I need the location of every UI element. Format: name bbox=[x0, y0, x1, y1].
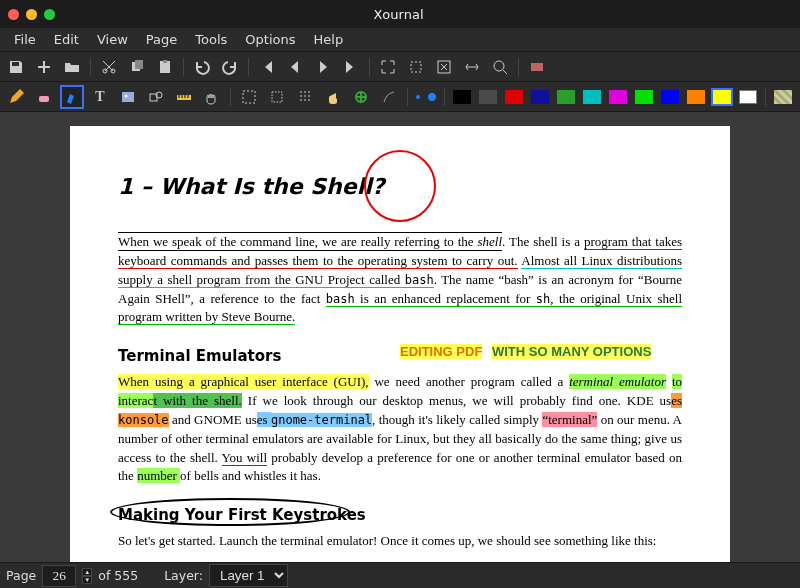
layer-label: Layer: bbox=[164, 568, 203, 583]
window-title: Xournal bbox=[55, 7, 742, 22]
menu-options[interactable]: Options bbox=[237, 29, 303, 50]
thickness-picker[interactable] bbox=[416, 93, 436, 101]
zoom-fit-button[interactable] bbox=[434, 57, 454, 77]
page-spinner[interactable]: ▴▾ bbox=[82, 568, 92, 584]
cut-button[interactable] bbox=[99, 57, 119, 77]
svg-rect-12 bbox=[531, 63, 543, 71]
color-orange[interactable] bbox=[687, 90, 705, 104]
paragraph-2: When using a graphical user interface (G… bbox=[118, 373, 682, 486]
layer-select[interactable]: Layer 1 bbox=[209, 564, 288, 587]
svg-rect-8 bbox=[411, 62, 421, 72]
last-page-button[interactable] bbox=[341, 57, 361, 77]
redo-button[interactable] bbox=[220, 57, 240, 77]
zoom-out-button[interactable] bbox=[490, 57, 510, 77]
select-vert-tool[interactable] bbox=[295, 87, 315, 107]
svg-rect-19 bbox=[243, 91, 255, 103]
first-page-button[interactable] bbox=[257, 57, 277, 77]
text-tool[interactable]: T bbox=[90, 87, 110, 107]
svg-rect-7 bbox=[163, 60, 167, 63]
menu-view[interactable]: View bbox=[89, 29, 136, 50]
close-icon[interactable] bbox=[8, 9, 19, 20]
color-white[interactable] bbox=[739, 90, 757, 104]
annotation-circle-red bbox=[364, 150, 436, 222]
minimize-icon[interactable] bbox=[26, 9, 37, 20]
next-page-button[interactable] bbox=[313, 57, 333, 77]
svg-rect-13 bbox=[39, 96, 49, 102]
menu-help[interactable]: Help bbox=[306, 29, 352, 50]
hand-tool[interactable] bbox=[202, 87, 222, 107]
titlebar: Xournal bbox=[0, 0, 800, 28]
menu-tools[interactable]: Tools bbox=[187, 29, 235, 50]
menu-edit[interactable]: Edit bbox=[46, 29, 87, 50]
window-controls bbox=[8, 9, 55, 20]
color-navy[interactable] bbox=[531, 90, 549, 104]
color-pattern[interactable] bbox=[774, 90, 792, 104]
svg-rect-14 bbox=[122, 92, 134, 102]
image-tool[interactable] bbox=[118, 87, 138, 107]
maximize-icon[interactable] bbox=[44, 9, 55, 20]
tools-toolbar: T bbox=[0, 82, 800, 112]
prev-page-button[interactable] bbox=[285, 57, 305, 77]
paste-button[interactable] bbox=[155, 57, 175, 77]
paragraph-1: When we speak of the command line, we ar… bbox=[118, 233, 682, 327]
annotation-text: EDITING PDF WITH SO MANY OPTIONS bbox=[400, 344, 651, 359]
svg-rect-5 bbox=[135, 60, 143, 69]
menu-page[interactable]: Page bbox=[138, 29, 185, 50]
page-label: Page bbox=[6, 568, 36, 583]
select-rect-tool[interactable] bbox=[239, 87, 259, 107]
color-lime[interactable] bbox=[635, 90, 653, 104]
shapes-tool[interactable] bbox=[146, 87, 166, 107]
pdf-page[interactable]: 1 – What Is the Shell? When we speak of … bbox=[70, 126, 730, 562]
menu-file[interactable]: File bbox=[6, 29, 44, 50]
ruler-tool[interactable] bbox=[174, 87, 194, 107]
page-number-input[interactable] bbox=[42, 565, 76, 587]
thickness-thin[interactable] bbox=[416, 95, 420, 99]
main-toolbar bbox=[0, 52, 800, 82]
save-button[interactable] bbox=[6, 57, 26, 77]
page-total: of 555 bbox=[98, 568, 138, 583]
recognize-tool[interactable] bbox=[351, 87, 371, 107]
svg-point-15 bbox=[125, 94, 128, 97]
color-black[interactable] bbox=[453, 90, 471, 104]
copy-button[interactable] bbox=[127, 57, 147, 77]
highlighter-tool[interactable] bbox=[62, 87, 82, 107]
zoom-100-button[interactable] bbox=[406, 57, 426, 77]
new-button[interactable] bbox=[34, 57, 54, 77]
menubar: File Edit View Page Tools Options Help bbox=[0, 28, 800, 52]
svg-rect-20 bbox=[272, 92, 282, 102]
select-lasso-tool[interactable] bbox=[267, 87, 287, 107]
undo-button[interactable] bbox=[192, 57, 212, 77]
color-blue[interactable] bbox=[661, 90, 679, 104]
paragraph-3: So let's get started. Launch the termina… bbox=[118, 532, 682, 551]
fullscreen-button[interactable] bbox=[378, 57, 398, 77]
canvas-area[interactable]: 1 – What Is the Shell? When we speak of … bbox=[0, 112, 800, 562]
svg-line-11 bbox=[503, 70, 507, 74]
pan-tool[interactable] bbox=[323, 87, 343, 107]
color-red[interactable] bbox=[505, 90, 523, 104]
zoom-width-button[interactable] bbox=[462, 57, 482, 77]
eraser-tool[interactable] bbox=[34, 87, 54, 107]
svg-point-10 bbox=[494, 61, 504, 71]
color-yellow[interactable] bbox=[713, 90, 731, 104]
open-button[interactable] bbox=[62, 57, 82, 77]
pencil-tool[interactable] bbox=[6, 87, 26, 107]
thickness-thick[interactable] bbox=[428, 93, 436, 101]
statusbar: Page ▴▾ of 555 Layer: Layer 1 bbox=[0, 562, 800, 588]
color-gray[interactable] bbox=[479, 90, 497, 104]
color-magenta[interactable] bbox=[609, 90, 627, 104]
annotation-ellipse-black bbox=[110, 498, 350, 526]
color-cyan[interactable] bbox=[583, 90, 601, 104]
tex-tool[interactable] bbox=[379, 87, 399, 107]
toolbar-toggle-button[interactable] bbox=[527, 57, 547, 77]
color-green[interactable] bbox=[557, 90, 575, 104]
